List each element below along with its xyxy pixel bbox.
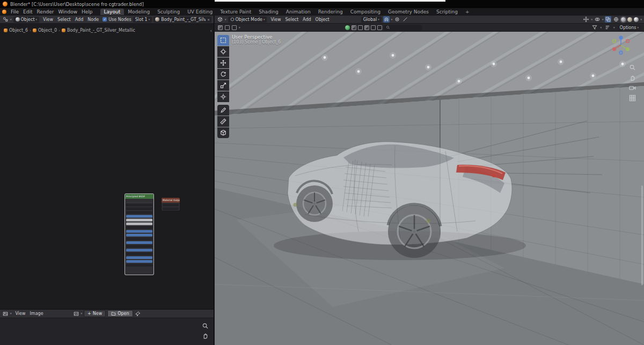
menu-window[interactable]: Window (56, 9, 80, 15)
tool-scale-button[interactable] (217, 80, 229, 91)
tool-annotate-button[interactable] (217, 105, 229, 116)
shader-mode-dropdown[interactable]: Object▾ (13, 17, 40, 23)
navigation-gizmo[interactable] (610, 34, 632, 56)
menu-edit[interactable]: Edit (21, 9, 34, 15)
menu-help[interactable]: Help (79, 9, 95, 15)
slot-dropdown[interactable]: Slot 1▾ (133, 17, 152, 23)
image-editor-canvas[interactable] (0, 318, 214, 345)
image-editor: ▾ ViewImage ▾ +New Open (0, 309, 214, 345)
render-pass-icon-1[interactable] (364, 25, 369, 30)
shader-editor-canvas[interactable]: Object_6›Object_0›Body_Paint_-_GT_Silver… (0, 24, 214, 309)
pin-icon[interactable] (135, 311, 141, 317)
workspace-tab-geometry-nodes[interactable]: Geometry Nodes (384, 9, 433, 15)
node-material-output[interactable]: Material Output (161, 197, 180, 211)
tool-select-box-button[interactable] (217, 35, 229, 46)
workspace-tab-texture-paint[interactable]: Texture Paint (216, 9, 255, 15)
editor-type-icon[interactable] (2, 16, 9, 23)
workspace-tab-sculpting[interactable]: Sculpting (153, 9, 184, 15)
workspace-tab-compositing[interactable]: Compositing (347, 9, 384, 15)
viewport-menu-select[interactable]: Select (283, 17, 301, 22)
unlink-material-icon[interactable]: ✕ (207, 18, 210, 21)
workspace-tab-modeling[interactable]: Modeling (124, 9, 153, 15)
snap-magnet-icon[interactable] (383, 16, 390, 23)
use-nodes-checkbox[interactable]: ✓Use Nodes (103, 17, 131, 22)
tool-add-cube-button[interactable] (217, 127, 229, 138)
proportional-editing-icon[interactable] (394, 16, 400, 23)
pan-hand-icon[interactable] (202, 331, 209, 339)
tool-option-icon-2[interactable] (232, 25, 237, 30)
workspace-tab-scripting[interactable]: Scripting (433, 9, 462, 15)
workspace-tab-shading[interactable]: Shading (255, 9, 282, 15)
viewport-menu-object[interactable]: Object (313, 17, 332, 22)
shading-rendered-icon[interactable] (634, 17, 639, 22)
show-overlays-icon[interactable] (594, 16, 601, 23)
tool-cursor-button[interactable] (217, 46, 229, 57)
active-tool-icon[interactable] (218, 25, 223, 30)
node-socket-row (126, 264, 152, 267)
blender-menu-icon[interactable] (2, 10, 6, 14)
shader-menu-add[interactable]: Add (73, 17, 86, 22)
header-search-input[interactable] (392, 26, 419, 30)
material-sphere-icon (155, 17, 159, 21)
editor-type-icon[interactable] (2, 311, 9, 317)
image-menus: ViewImage (13, 311, 46, 316)
image-datablock-icon[interactable] (73, 311, 79, 317)
viewport-canvas[interactable]: User Perspective (103) Scene | Object_6 (215, 32, 644, 345)
toggle-xray-icon[interactable] (605, 16, 611, 23)
tool-transform-button[interactable] (217, 91, 229, 102)
toggle-orthographic-icon[interactable] (629, 94, 636, 101)
viewport-toolsettings: ▾ ▾ ▾ Options▾ (215, 24, 644, 32)
tool-move-button[interactable] (217, 58, 229, 68)
add-workspace-button[interactable]: + (462, 9, 473, 15)
workspace-tab-layout[interactable]: Layout (100, 9, 125, 15)
zoom-icon[interactable] (202, 321, 209, 329)
shading-wireframe-icon[interactable] (613, 16, 619, 23)
options-dropdown[interactable]: Options▾ (618, 25, 641, 31)
tool-rotate-button[interactable] (217, 69, 229, 80)
proportional-falloff-icon[interactable] (402, 16, 408, 23)
view-layer-icon[interactable] (358, 25, 363, 30)
breadcrumb-item: Object_0 (38, 28, 57, 33)
node-socket-row (163, 207, 179, 211)
mode-dropdown[interactable]: Object Mode▾ (228, 17, 267, 23)
pan-hand-icon[interactable] (629, 73, 636, 81)
shading-material-icon[interactable] (627, 17, 632, 22)
new-image-button[interactable]: +New (84, 310, 106, 317)
viewport-menu-add[interactable]: Add (301, 17, 313, 22)
viewport-scrollbar[interactable] (641, 185, 643, 285)
image-menu-image[interactable]: Image (28, 311, 46, 316)
editor-type-icon[interactable] (217, 16, 223, 23)
preview-sphere-icon[interactable] (345, 25, 350, 30)
shader-menu-select[interactable]: Select (55, 17, 73, 22)
material-selector[interactable]: Body_Paint_-_GT_Silver_M✕ (153, 17, 211, 23)
tool-measure-button[interactable] (217, 116, 229, 127)
transform-orientation-dropdown[interactable]: Global▾ (361, 17, 382, 23)
zoom-icon[interactable] (629, 63, 636, 70)
breadcrumb-item: Object_6 (9, 28, 28, 33)
shader-menu-view[interactable]: View (41, 17, 55, 22)
show-gizmo-icon[interactable] (583, 16, 589, 23)
header-search[interactable] (384, 25, 422, 31)
sort-icon[interactable] (604, 24, 611, 31)
workspace-tab-uv-editing[interactable]: UV Editing (184, 9, 216, 15)
image-menu-view[interactable]: View (13, 311, 28, 316)
workspace-tab-animation[interactable]: Animation (282, 9, 314, 15)
scene-icon[interactable] (352, 25, 356, 30)
filter-icon[interactable] (591, 24, 598, 31)
region-collapse-arrow[interactable]: ‹ (210, 28, 212, 33)
node-principled-bsdf[interactable]: Principled BSDF (125, 193, 154, 275)
shading-solid-icon[interactable] (621, 17, 626, 22)
toolsettings-center (345, 25, 422, 31)
menu-file[interactable]: File (9, 9, 21, 15)
workspace-tab-rendering[interactable]: Rendering (314, 9, 347, 15)
viewport-menu-view[interactable]: View (268, 17, 283, 22)
menu-render[interactable]: Render (35, 9, 56, 15)
camera-view-icon[interactable] (629, 83, 636, 91)
shader-menu-node[interactable]: Node (85, 17, 101, 22)
render-pass-icon-2[interactable] (371, 25, 376, 30)
viewport-menus: ViewSelectAddObject (268, 17, 331, 22)
open-image-button[interactable]: Open (107, 310, 133, 317)
tool-option-icon-1[interactable] (225, 25, 230, 30)
render-pass-icon-3[interactable] (377, 25, 382, 30)
3d-scene[interactable] (215, 32, 644, 345)
